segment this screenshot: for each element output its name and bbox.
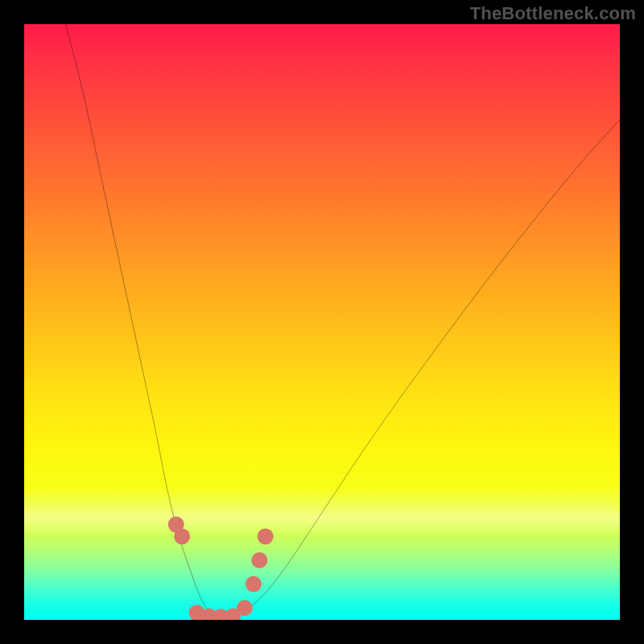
plot-area (24, 24, 620, 620)
marker-dot (174, 528, 190, 544)
marker-dot (251, 552, 267, 568)
watermark-text: TheBottleneck.com (470, 3, 636, 24)
marker-dot (246, 576, 262, 592)
curve-layer (24, 24, 620, 620)
marker-dot (237, 600, 253, 616)
marker-dot (258, 528, 274, 544)
chart-frame: TheBottleneck.com (0, 0, 644, 644)
bottleneck-curve (66, 24, 620, 617)
highlight-markers (168, 517, 274, 620)
